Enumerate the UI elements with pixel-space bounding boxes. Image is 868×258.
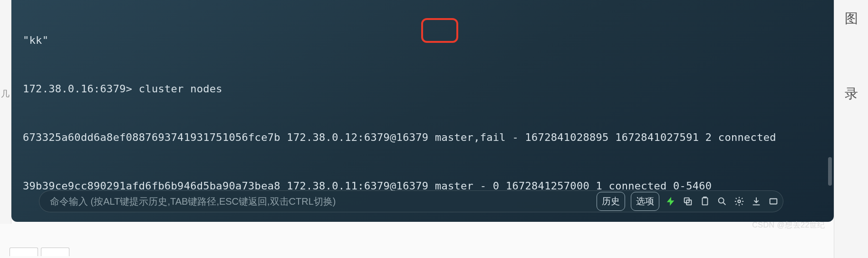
options-button[interactable]: 选项	[631, 192, 659, 211]
copy-icon[interactable]	[682, 196, 694, 207]
svg-rect-2	[703, 198, 708, 205]
watermark: CSDN @想去22世纪	[752, 220, 825, 230]
right-sidebar: 图 录	[834, 0, 868, 258]
terminal[interactable]: "kk" 172.38.0.16:6379> cluster nodes 673…	[11, 0, 834, 222]
output-line: 673325a60dd6a8ef0887693741931751056fce7b…	[23, 129, 824, 146]
output-line: "kk"	[23, 32, 824, 49]
history-button[interactable]: 历史	[597, 192, 625, 211]
svg-rect-5	[770, 199, 777, 204]
paste-icon[interactable]	[699, 196, 711, 207]
gear-icon[interactable]	[733, 196, 745, 207]
tab-stub[interactable]	[41, 248, 69, 256]
svg-point-3	[719, 198, 724, 203]
left-gutter-label: 几	[1, 88, 10, 99]
bottom-tabs	[10, 248, 69, 258]
terminal-output: "kk" 172.38.0.16:6379> cluster nodes 673…	[23, 0, 824, 222]
fullscreen-icon[interactable]	[768, 196, 779, 207]
search-icon[interactable]	[716, 196, 728, 207]
command-bar: 历史 选项	[39, 190, 783, 212]
svg-point-4	[738, 200, 741, 203]
sidebar-label-bottom[interactable]: 录	[845, 85, 858, 103]
bolt-icon[interactable]	[665, 196, 676, 207]
command-input[interactable]	[49, 196, 597, 208]
download-icon[interactable]	[751, 196, 762, 207]
left-gutter: 几	[0, 0, 11, 224]
output-line: 172.38.0.16:6379> cluster nodes	[23, 81, 824, 97]
sidebar-label-top[interactable]: 图	[845, 10, 858, 28]
command-text: cluster nodes	[139, 83, 222, 95]
scrollbar-thumb[interactable]	[828, 157, 832, 186]
command-bar-actions: 历史 选项	[597, 192, 779, 211]
tab-stub[interactable]	[10, 248, 38, 256]
prompt: 172.38.0.16:6379>	[23, 83, 139, 95]
